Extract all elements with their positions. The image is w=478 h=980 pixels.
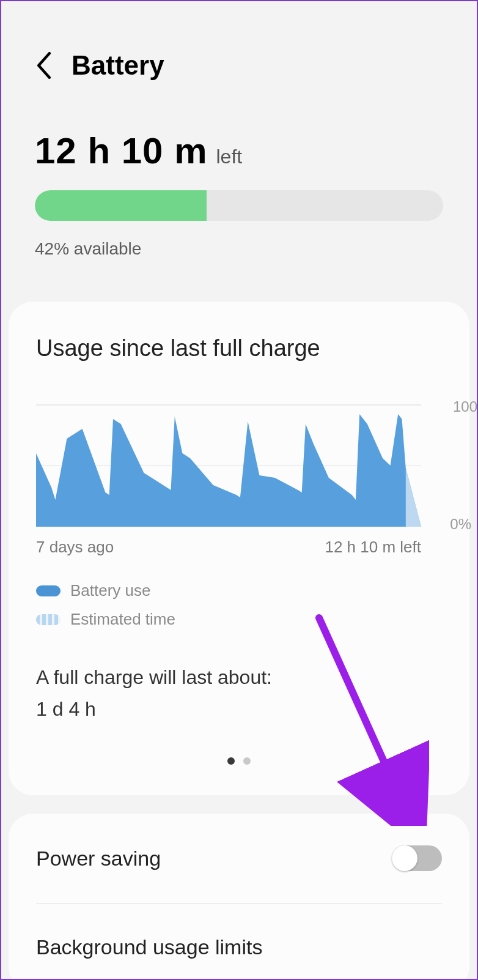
time-left-value: 12 h 10 m — [35, 130, 208, 172]
page-dot-1[interactable] — [227, 757, 235, 765]
time-left-suffix: left — [216, 146, 243, 168]
usage-card-title: Usage since last full charge — [36, 335, 442, 362]
chart-y-bottom-label: 0% — [450, 516, 471, 533]
chart-x-left-label: 7 days ago — [36, 538, 114, 557]
page-dot-2[interactable] — [243, 757, 251, 765]
battery-progress-bar — [35, 190, 443, 221]
battery-progress-fill — [35, 190, 207, 221]
battery-summary: 12 h 10 m left 42% available — [1, 93, 477, 283]
battery-available-text: 42% available — [35, 239, 443, 259]
battery-usage-chart: 100 0% — [36, 404, 442, 527]
page-indicator[interactable] — [36, 757, 442, 765]
full-charge-value: 1 d 4 h — [36, 694, 442, 724]
legend-swatch-battery-use — [36, 585, 61, 596]
svg-marker-4 — [406, 468, 421, 527]
full-charge-label: A full charge will last about: — [36, 666, 272, 688]
background-usage-limits-label: Background usage limits — [36, 935, 262, 959]
usage-card[interactable]: Usage since last full charge 100 0% 7 da… — [9, 302, 469, 795]
power-saving-label: Power saving — [36, 847, 161, 870]
settings-list: Power saving Background usage limits — [9, 814, 469, 980]
back-icon[interactable] — [35, 52, 53, 79]
chart-y-top-label: 100 — [453, 398, 477, 415]
legend-label-estimated: Estimated time — [70, 610, 175, 629]
page-title: Battery — [72, 50, 164, 81]
power-saving-toggle[interactable] — [392, 845, 442, 871]
legend-swatch-estimated — [36, 614, 61, 625]
svg-marker-3 — [36, 414, 421, 527]
chart-x-right-label: 12 h 10 m left — [325, 538, 421, 557]
background-usage-limits-row[interactable]: Background usage limits — [9, 904, 469, 980]
legend-label-battery-use: Battery use — [70, 581, 151, 600]
toggle-knob — [392, 845, 417, 871]
power-saving-row[interactable]: Power saving — [9, 814, 469, 903]
